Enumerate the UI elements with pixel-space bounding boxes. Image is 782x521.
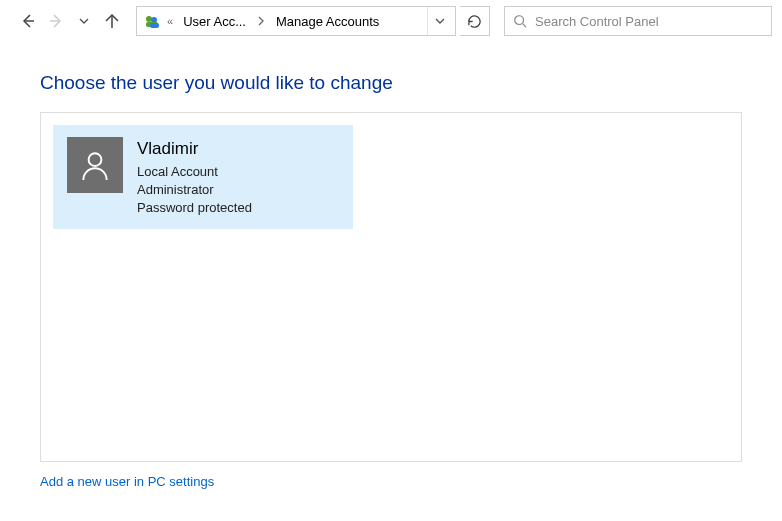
svg-point-3	[146, 16, 152, 22]
svg-line-8	[523, 24, 527, 28]
search-input[interactable]	[535, 14, 763, 29]
svg-point-9	[89, 153, 102, 166]
svg-point-7	[515, 16, 524, 25]
add-user-link[interactable]: Add a new user in PC settings	[40, 474, 214, 489]
up-button[interactable]	[100, 9, 124, 33]
user-account-type: Local Account	[137, 163, 252, 181]
address-dropdown[interactable]	[427, 7, 451, 35]
svg-rect-6	[150, 23, 159, 28]
forward-button	[44, 9, 68, 33]
user-tile[interactable]: Vladimir Local Account Administrator Pas…	[53, 125, 353, 229]
user-name: Vladimir	[137, 137, 252, 161]
search-box[interactable]	[504, 6, 772, 36]
refresh-button[interactable]	[460, 6, 490, 36]
chevron-down-icon	[78, 15, 90, 27]
chevron-right-icon[interactable]	[254, 16, 268, 26]
user-role: Administrator	[137, 181, 252, 199]
chevron-down-icon	[434, 15, 446, 27]
arrow-up-icon	[104, 13, 120, 29]
arrow-left-icon	[20, 13, 36, 29]
avatar	[67, 137, 123, 193]
address-bar[interactable]: « User Acc... Manage Accounts	[136, 6, 456, 36]
breadcrumb-segment-user-accounts[interactable]: User Acc...	[179, 12, 250, 31]
breadcrumb-segment-manage-accounts[interactable]: Manage Accounts	[272, 12, 383, 31]
search-icon	[513, 14, 527, 28]
user-password-status: Password protected	[137, 199, 252, 217]
page-heading: Choose the user you would like to change	[40, 72, 742, 94]
user-accounts-icon	[143, 12, 161, 30]
refresh-icon	[467, 14, 482, 29]
arrow-right-icon	[48, 13, 64, 29]
user-info: Vladimir Local Account Administrator Pas…	[137, 137, 252, 217]
toolbar: « User Acc... Manage Accounts	[0, 0, 782, 42]
users-panel: Vladimir Local Account Administrator Pas…	[40, 112, 742, 462]
main-content: Choose the user you would like to change…	[0, 42, 782, 499]
person-icon	[78, 148, 112, 182]
address-prefix: «	[165, 15, 175, 27]
recent-dropdown[interactable]	[72, 9, 96, 33]
back-button[interactable]	[16, 9, 40, 33]
